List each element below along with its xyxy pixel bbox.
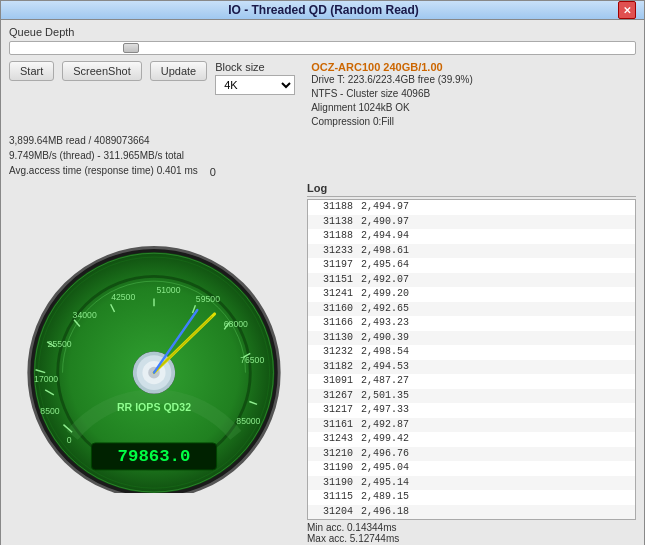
gauge-svg: RR IOPS QD32 79863.0 0 xyxy=(14,233,294,493)
log-col-value: 2,490.39 xyxy=(361,331,409,346)
screenshot-button[interactable]: ScreenShot xyxy=(62,61,141,81)
log-col-value: 2,492.07 xyxy=(361,273,409,288)
svg-text:59500: 59500 xyxy=(196,294,220,304)
log-row: 311882,494.97 xyxy=(308,200,635,215)
log-row: 311382,490.97 xyxy=(308,215,635,230)
gauge-section: RR IOPS QD32 79863.0 0 xyxy=(9,182,299,544)
svg-text:8500: 8500 xyxy=(40,406,59,416)
queue-depth-section: Queue Depth xyxy=(9,26,636,55)
log-row: 312102,496.76 xyxy=(308,447,635,462)
log-row: 311612,492.87 xyxy=(308,418,635,433)
svg-text:34000: 34000 xyxy=(73,310,97,320)
queue-depth-slider-thumb[interactable] xyxy=(123,43,139,53)
log-col-value: 2,494.97 xyxy=(361,200,409,215)
log-col-value: 2,497.33 xyxy=(361,403,409,418)
log-col-iops: 31188 xyxy=(311,200,361,215)
info-title: OCZ-ARC100 240GB/1.00 xyxy=(311,61,636,73)
log-col-value: 2,496.76 xyxy=(361,447,409,462)
log-col-value: 2,492.65 xyxy=(361,302,409,317)
block-size-label: Block size xyxy=(215,61,265,73)
log-row: 312412,499.20 xyxy=(308,287,635,302)
svg-text:17000: 17000 xyxy=(34,374,58,384)
main-area: RR IOPS QD32 79863.0 0 xyxy=(9,182,636,544)
log-row: 312672,501.35 xyxy=(308,389,635,404)
gauge-label: RR IOPS QD32 xyxy=(117,401,191,413)
main-window: IO - Threaded QD (Random Read) ✕ Queue D… xyxy=(0,0,645,545)
log-col-iops: 31190 xyxy=(311,476,361,491)
log-panel: Log 311882,494.97311382,490.97311882,494… xyxy=(307,182,636,544)
log-col-value: 2,493.23 xyxy=(361,316,409,331)
log-col-value: 2,490.97 xyxy=(361,215,409,230)
log-col-iops: 31232 xyxy=(311,345,361,360)
log-row: 310912,487.27 xyxy=(308,374,635,389)
log-col-iops: 31188 xyxy=(311,229,361,244)
log-col-value: 2,495.64 xyxy=(361,258,409,273)
block-size-select[interactable]: 512B1K2K 4K8K16K 32K64K128K 256K512K1M xyxy=(215,75,295,95)
log-col-iops: 31197 xyxy=(311,258,361,273)
controls-info-row: Start ScreenShot Update Block size 512B1… xyxy=(9,61,636,129)
log-col-iops: 31204 xyxy=(311,505,361,520)
svg-text:85000: 85000 xyxy=(236,416,260,426)
gauge-value: 79863.0 xyxy=(118,447,191,466)
start-button[interactable]: Start xyxy=(9,61,54,81)
log-col-value: 2,501.35 xyxy=(361,389,409,404)
block-size-group: Block size 512B1K2K 4K8K16K 32K64K128K 2… xyxy=(215,61,295,95)
log-content[interactable]: 311882,494.97311382,490.97311882,494.943… xyxy=(307,199,636,520)
log-col-iops: 31182 xyxy=(311,360,361,375)
log-col-value: 2,498.54 xyxy=(361,345,409,360)
log-col-value: 2,499.42 xyxy=(361,432,409,447)
log-row: 311302,490.39 xyxy=(308,331,635,346)
log-col-value: 2,494.94 xyxy=(361,229,409,244)
log-col-iops: 31130 xyxy=(311,331,361,346)
log-col-value: 2,489.15 xyxy=(361,490,409,505)
log-row: 311822,494.53 xyxy=(308,360,635,375)
log-col-value: 2,487.27 xyxy=(361,374,409,389)
log-row: 311972,495.64 xyxy=(308,258,635,273)
log-col-value: 2,492.87 xyxy=(361,418,409,433)
title-bar: IO - Threaded QD (Random Read) ✕ xyxy=(1,1,644,20)
log-col-iops: 31217 xyxy=(311,403,361,418)
log-col-iops: 31243 xyxy=(311,432,361,447)
log-row: 311882,494.94 xyxy=(308,229,635,244)
info-panel: OCZ-ARC100 240GB/1.00 Drive T: 223.6/223… xyxy=(311,61,636,129)
svg-text:0: 0 xyxy=(67,435,72,445)
log-col-iops: 31160 xyxy=(311,302,361,317)
log-row: 311152,489.15 xyxy=(308,490,635,505)
queue-depth-label: Queue Depth xyxy=(9,26,636,38)
log-col-iops: 31138 xyxy=(311,215,361,230)
log-row: 311902,495.04 xyxy=(308,461,635,476)
log-row: 312322,498.54 xyxy=(308,345,635,360)
log-col-iops: 31233 xyxy=(311,244,361,259)
queue-depth-slider-track[interactable] xyxy=(9,41,636,55)
log-col-iops: 31241 xyxy=(311,287,361,302)
close-button[interactable]: ✕ xyxy=(618,1,636,19)
log-col-iops: 31161 xyxy=(311,418,361,433)
gauge-container: RR IOPS QD32 79863.0 0 xyxy=(9,182,299,544)
window-title: IO - Threaded QD (Random Read) xyxy=(29,3,618,17)
log-col-value: 2,495.14 xyxy=(361,476,409,491)
log-col-value: 2,495.04 xyxy=(361,461,409,476)
stat-line2: 9.749MB/s (thread) - 311.965MB/s total xyxy=(9,148,636,163)
info-line3: Alignment 1024kB OK xyxy=(311,101,636,115)
log-col-iops: 31166 xyxy=(311,316,361,331)
svg-text:51000: 51000 xyxy=(156,285,180,295)
log-row: 311512,492.07 xyxy=(308,273,635,288)
log-col-value: 2,499.20 xyxy=(361,287,409,302)
update-button[interactable]: Update xyxy=(150,61,207,81)
log-col-iops: 31210 xyxy=(311,447,361,462)
log-col-iops: 31091 xyxy=(311,374,361,389)
info-line1: Drive T: 223.6/223.4GB free (39.9%) xyxy=(311,73,636,87)
log-col-iops: 31115 xyxy=(311,490,361,505)
log-col-value: 2,496.18 xyxy=(361,505,409,520)
log-row: 311602,492.65 xyxy=(308,302,635,317)
zero-label: 0 xyxy=(210,166,216,178)
info-line4: Compression 0:Fill xyxy=(311,115,636,129)
log-row: 312432,499.42 xyxy=(308,432,635,447)
content-area: Queue Depth Start ScreenShot Update Bloc… xyxy=(1,20,644,545)
stat-line1: 3,899.64MB read / 4089073664 xyxy=(9,133,636,148)
log-col-value: 2,498.61 xyxy=(361,244,409,259)
stats-box: 3,899.64MB read / 4089073664 9.749MB/s (… xyxy=(9,133,636,178)
svg-text:42500: 42500 xyxy=(111,292,135,302)
log-row: 312332,498.61 xyxy=(308,244,635,259)
stat-line3: Avg.access time (response time) 0.401 ms xyxy=(9,163,198,178)
